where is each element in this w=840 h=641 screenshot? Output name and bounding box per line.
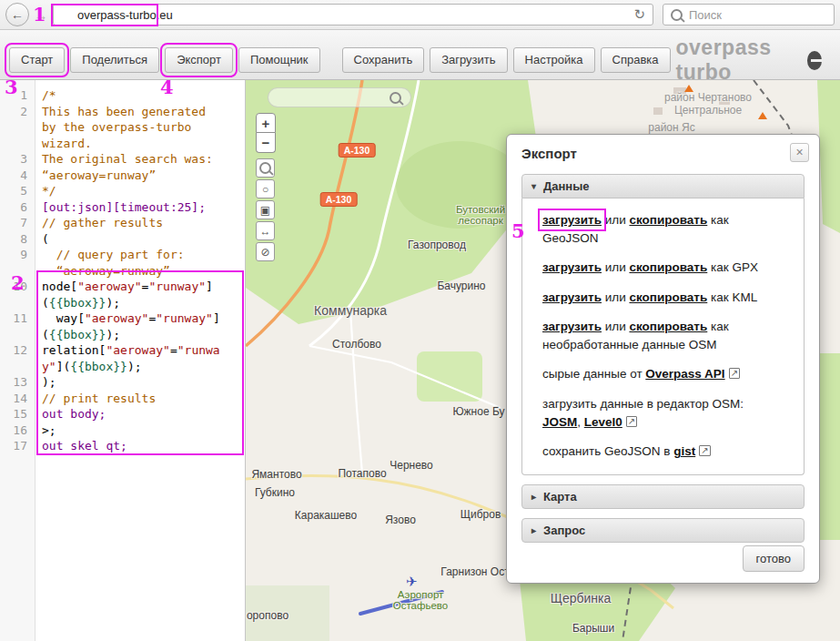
code-line[interactable]: >; [35, 422, 56, 439]
export-link-gist[interactable]: gist [673, 444, 695, 458]
line-number: 10 [0, 279, 35, 295]
close-icon[interactable]: × [790, 143, 809, 162]
code-line[interactable]: The original search was: [35, 151, 213, 168]
external-link-icon: ↗ [699, 445, 710, 456]
export-link-загрузить[interactable]: загрузить [542, 260, 602, 274]
code-line[interactable]: y"]({{bbox}}); [35, 359, 142, 375]
export-dialog: Экспорт × ▾ Данные загрузить или скопиро… [506, 134, 820, 584]
code-line[interactable]: // query part for: [35, 247, 185, 263]
forward-icon[interactable]: → [33, 7, 49, 23]
toolbar-button-Настройка[interactable]: Настройка [513, 47, 595, 73]
export-link-скопировать[interactable]: скопировать [629, 320, 707, 333]
code-row: ({{bbox}}); [0, 327, 245, 343]
code-line[interactable]: ); [35, 374, 56, 391]
accordion-data[interactable]: ▾ Данные [521, 174, 805, 198]
map-search-icon [390, 92, 401, 104]
export-text: , [577, 415, 584, 429]
zoom-in-button[interactable]: + [256, 113, 276, 133]
code-row: 3The original search was: [0, 151, 245, 168]
export-link-JOSM[interactable]: JOSM [542, 415, 577, 429]
export-link-загрузить[interactable]: загрузить [542, 213, 602, 227]
code-line[interactable]: // print results [35, 391, 156, 407]
locate-icon[interactable]: ○ [256, 179, 275, 198]
no-results-icon[interactable]: ⊘ [256, 242, 275, 261]
export-option-row: загрузить данные в редактор OSM: JOSM, L… [542, 395, 784, 431]
query-editor[interactable]: 1/*2This has been generatedby the overpa… [0, 80, 246, 641]
toolbar-button-Помощник[interactable]: Помощник [238, 47, 320, 73]
search-placeholder: Поиск [689, 8, 722, 22]
code-line[interactable]: out skel qt; [35, 438, 127, 454]
toolbar-button-Сохранить[interactable]: Сохранить [342, 47, 425, 73]
code-line[interactable]: ({{bbox}}); [35, 295, 120, 311]
map-controls-extra: ○▣↔⊘ [256, 158, 275, 261]
code-row: by the overpass-turbo [0, 119, 245, 136]
code-line[interactable]: out body; [35, 406, 106, 422]
code-line[interactable]: /* [35, 87, 56, 104]
back-icon[interactable]: ← [5, 3, 29, 26]
code-row: 14// print results [0, 391, 245, 407]
code-row: 12relation["aeroway"="runwa [0, 342, 245, 359]
code-line[interactable]: This has been generated [35, 104, 206, 120]
export-image-icon[interactable]: ▣ [256, 200, 275, 219]
toolbar-button-Экспорт[interactable]: Экспорт [165, 47, 233, 73]
code-line[interactable]: node["aeroway"="runway"] [35, 279, 213, 295]
code-line[interactable]: relation["aeroway"="runwa [35, 342, 220, 359]
line-number: 4 [0, 168, 35, 184]
refresh-icon[interactable]: ↻ [632, 6, 647, 23]
export-link-скопировать[interactable]: скопировать [629, 260, 707, 274]
accordion-map-label: Карта [543, 490, 577, 504]
accordion-query-label: Запрос [543, 524, 585, 537]
export-link-скопировать[interactable]: скопировать [629, 290, 707, 304]
app-logo: overpass turbo [676, 36, 822, 85]
export-text: или [602, 290, 629, 304]
code-line[interactable]: [out:json][timeout:25]; [35, 199, 206, 216]
accordion-query[interactable]: ▸ Запрос [521, 518, 805, 543]
export-option-row: загрузить или скопировать как необработа… [542, 318, 784, 353]
export-text: или [602, 320, 629, 333]
line-number: 2 [0, 104, 35, 120]
accordion-data-label: Данные [543, 179, 590, 193]
app-toolbar: СтартПоделитьсяЭкспортПомощникСохранитьЗ… [0, 30, 840, 80]
export-link-загрузить[interactable]: загрузить [542, 320, 602, 333]
export-text: или [602, 213, 629, 227]
toolbar-button-Поделиться[interactable]: Поделиться [70, 47, 159, 73]
line-number: 5 [0, 183, 35, 199]
toolbar-button-Справка[interactable]: Справка [601, 47, 671, 73]
done-button[interactable]: готово [743, 545, 805, 572]
code-line[interactable]: */ [35, 183, 56, 199]
code-row: 16>; [0, 422, 245, 439]
toolbar-button-Старт[interactable]: Старт [9, 47, 65, 73]
export-link-Overpass API[interactable]: Overpass API [645, 367, 724, 381]
export-data-body: загрузить или скопировать как GeoJSONзаг… [521, 198, 805, 475]
accordion-map[interactable]: ▸ Карта [521, 484, 805, 509]
code-line[interactable]: way["aeroway"="runway"] [35, 310, 220, 327]
fit-data-icon[interactable]: ↔ [256, 221, 275, 240]
map-search-bar[interactable] [268, 87, 411, 107]
line-number: 6 [0, 199, 35, 216]
code-line[interactable]: “aeroway=runway” [35, 263, 170, 280]
line-number: 11 [0, 310, 35, 327]
export-link-загрузить[interactable]: загрузить [542, 290, 602, 304]
code-line[interactable]: wizard. [35, 136, 92, 152]
code-line[interactable]: // gather results [35, 215, 163, 231]
zoom-out-button[interactable]: − [256, 133, 276, 153]
code-row: 5*/ [0, 183, 245, 199]
toolbar-button-Загрузить[interactable]: Загрузить [430, 47, 507, 73]
line-number: 17 [0, 438, 35, 454]
code-line[interactable]: “aeroway=runway” [35, 168, 156, 184]
search-input[interactable]: Поиск [663, 4, 835, 25]
export-link-Level0[interactable]: Level0 [584, 415, 622, 429]
search-icon[interactable] [256, 158, 275, 178]
code-line[interactable]: by the overpass-turbo [35, 119, 191, 136]
export-link-скопировать[interactable]: скопировать [629, 213, 707, 227]
line-number [0, 136, 35, 152]
line-number [0, 359, 35, 375]
code-row: 6[out:json][timeout:25]; [0, 199, 245, 216]
code-line[interactable]: ( [35, 231, 49, 248]
code-line[interactable]: ({{bbox}}); [35, 327, 120, 343]
line-number: 12 [0, 342, 35, 359]
map-zoom-control: + − [256, 113, 276, 153]
code-row: 13); [0, 374, 245, 391]
address-bar[interactable]: overpass-turbo.eu ↻ [53, 4, 653, 25]
external-link-icon: ↗ [729, 368, 740, 379]
